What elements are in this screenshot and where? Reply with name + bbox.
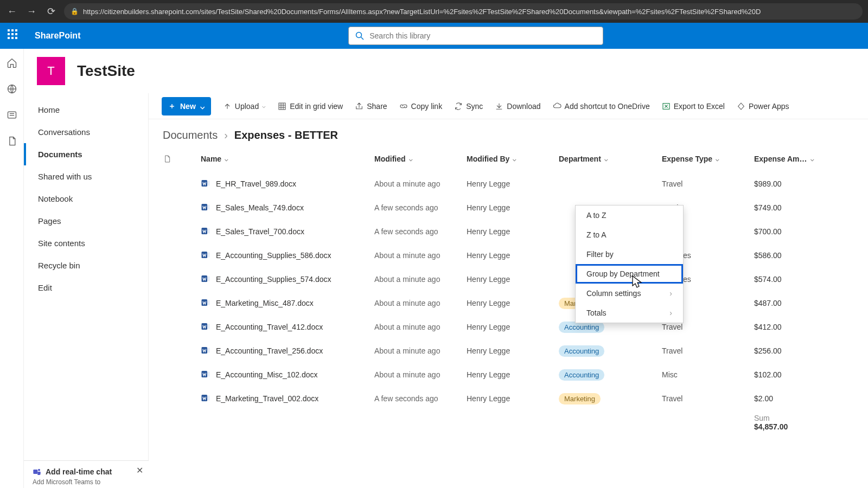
menu-item-column-settings[interactable]: Column settings› [576,284,683,303]
menu-item-z-to-a[interactable]: Z to A [576,225,683,245]
share-button[interactable]: Share [355,102,387,111]
sidebar-item-documents[interactable]: Documents [24,143,148,165]
expense-type-cell: Travel [662,323,754,331]
files-icon[interactable] [7,136,17,146]
column-modified[interactable]: Modified⌵ [374,155,467,163]
file-name[interactable]: E_Accounting_Supplies_574.docx [216,275,331,284]
table-row[interactable]: E_Marketing_Travel_002.docxA few seconds… [149,387,868,410]
new-button[interactable]: ＋ New ⌵ [162,97,211,115]
menu-item-a-to-z[interactable]: A to Z [576,206,683,225]
teams-callout: ✕ Add real-time chat Add Microsoft Teams… [24,460,149,488]
site-name[interactable]: TestSite [77,62,135,80]
app-launcher-icon[interactable] [8,29,21,42]
power-apps-button[interactable]: Power Apps [737,102,789,111]
plus-icon: ＋ [168,101,176,111]
amount-cell: $574.00 [754,275,841,284]
table-row[interactable]: E_Accounting_Supplies_586.docxAbout a mi… [149,243,868,267]
file-name[interactable]: E_Accounting_Travel_412.docx [216,323,323,331]
search-input[interactable] [369,31,596,40]
file-name[interactable]: E_Accounting_Misc_102.docx [216,370,318,379]
modified-cell: A few seconds ago [374,394,467,403]
sidebar-item-site-contents[interactable]: Site contents [24,232,148,254]
table-row[interactable]: E_Accounting_Travel_256.docxAbout a minu… [149,339,868,363]
onedrive-icon [553,102,561,111]
sidebar-item-conversations[interactable]: Conversations [24,121,148,143]
file-name[interactable]: E_Accounting_Supplies_586.docx [216,251,331,260]
teams-icon [33,467,41,476]
forward-button[interactable]: → [25,6,38,17]
file-name[interactable]: E_Sales_Travel_700.docx [216,227,304,236]
address-bar[interactable]: 🔒 https://citizenbuilders.sharepoint.com… [64,3,863,20]
sidebar-item-edit[interactable]: Edit [24,277,148,299]
back-button[interactable]: ← [5,6,18,17]
onedrive-shortcut-button[interactable]: Add shortcut to OneDrive [553,102,650,111]
search-box[interactable] [348,27,603,45]
chevron-down-icon: ⌵ [409,156,413,163]
table-row[interactable]: E_Accounting_Travel_412.docxAbout a minu… [149,315,868,339]
sidebar-item-notebook[interactable]: Notebook [24,188,148,210]
column-modified-by[interactable]: Modified By⌵ [467,155,559,163]
amount-cell: $749.00 [754,203,841,212]
download-button[interactable]: Download [495,102,540,111]
file-name[interactable]: E_HR_Travel_989.docx [216,179,296,188]
modified-by-cell: Henry Legge [467,275,559,284]
table-row[interactable]: E_Accounting_Supplies_574.docxAbout a mi… [149,267,868,291]
table-row[interactable]: E_Marketing_Misc_487.docxAbout a minute … [149,291,868,315]
close-icon[interactable]: ✕ [136,465,143,476]
svg-point-33 [38,469,40,471]
excel-icon [662,102,671,111]
modified-cell: About a minute ago [374,179,467,188]
menu-item-totals[interactable]: Totals› [576,303,683,323]
modified-cell: A few seconds ago [374,203,467,212]
menu-item-filter-by[interactable]: Filter by [576,245,683,264]
breadcrumb-parent[interactable]: Documents [163,129,218,142]
sync-button[interactable]: Sync [454,102,483,111]
table-row[interactable]: E_Accounting_Misc_102.docxAbout a minute… [149,363,868,387]
amount-cell: $989.00 [754,179,841,188]
power-apps-icon [737,102,745,111]
modified-by-cell: Henry Legge [467,227,559,236]
share-icon [355,102,363,111]
table-row[interactable]: E_Sales_Travel_700.docxA few seconds ago… [149,220,868,243]
table-row[interactable]: E_HR_Travel_989.docxAbout a minute agoHe… [149,172,868,196]
column-file-icon[interactable] [163,154,201,164]
svg-line-1 [361,37,364,40]
word-icon [201,226,210,237]
teams-callout-title[interactable]: Add real-time chat [46,467,112,476]
edit-grid-button[interactable]: Edit in grid view [278,102,343,111]
file-name[interactable]: E_Marketing_Travel_002.docx [216,394,318,403]
word-icon [201,202,210,214]
sidebar-item-pages[interactable]: Pages [24,210,148,232]
svg-rect-32 [33,470,37,474]
modified-by-cell: Henry Legge [467,394,559,403]
chevron-down-icon: ⌵ [225,156,228,163]
reload-button[interactable]: ⟳ [44,5,58,17]
column-name[interactable]: Name⌵ [201,155,374,163]
modified-by-cell: Henry Legge [467,346,559,355]
home-icon[interactable] [7,57,17,68]
suite-title[interactable]: SharePoint [35,31,80,41]
table-row[interactable]: E_Sales_Meals_749.docxA few seconds agoH… [149,196,868,220]
sidebar-item-recycle-bin[interactable]: Recycle bin [24,254,148,277]
menu-item-group-by-department[interactable]: Group by Department [576,264,683,284]
sidebar-item-shared-with-us[interactable]: Shared with us [24,165,148,188]
news-icon[interactable] [7,110,17,120]
copy-link-button[interactable]: Copy link [399,102,443,111]
globe-icon[interactable] [7,84,17,94]
svg-point-0 [356,33,362,38]
file-name[interactable]: E_Accounting_Travel_256.docx [216,346,323,355]
teams-callout-subtitle: Add Microsoft Teams to [33,478,140,486]
site-logo[interactable]: T [37,57,65,85]
column-expense-type[interactable]: Expense Type⌵ [662,155,754,163]
export-excel-button[interactable]: Export to Excel [662,102,725,111]
file-name[interactable]: E_Sales_Meals_749.docx [216,203,304,212]
upload-button[interactable]: Upload⌵ [223,102,266,111]
sidebar-item-home[interactable]: Home [24,99,148,121]
department-pill: Accounting [559,369,604,381]
amount-cell: $586.00 [754,251,841,260]
modified-cell: About a minute ago [374,370,467,379]
file-name[interactable]: E_Marketing_Misc_487.docx [216,299,314,307]
column-expense-amount[interactable]: Expense Am…⌵ [754,155,841,163]
column-department[interactable]: Department⌵ [559,155,662,163]
modified-cell: About a minute ago [374,275,467,284]
